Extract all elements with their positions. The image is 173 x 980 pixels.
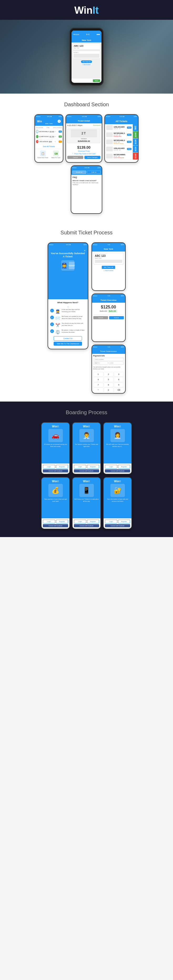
see-all-link[interactable]: See All Tickets xyxy=(35,145,63,148)
email-us-btn[interactable]: Email Us xyxy=(72,170,86,174)
numpad-1[interactable]: 1 xyxy=(93,372,103,377)
login-btn-3[interactable]: Login xyxy=(105,465,117,469)
next-step-1: 1 👮 In the next few days we'll be review… xyxy=(50,309,86,314)
price-cancel-btn[interactable]: Cancel xyxy=(93,316,108,319)
take-to-dashboard-btn[interactable]: Take Me To The Dashboard xyxy=(53,342,82,346)
facebook-btn-2[interactable]: Connect with Facebook xyxy=(74,469,99,473)
db-submit-action[interactable]: 📋 Submit New Ticket xyxy=(37,151,48,159)
db-cash-action[interactable]: 💵 Make For Cash xyxy=(52,151,60,159)
numpad-3[interactable]: 3 xyxy=(114,372,124,377)
hero-ticket-sub: New York xyxy=(74,47,99,49)
sh-win-btn[interactable]: Win Them All xyxy=(102,266,115,269)
success-screen: Verizon 9:41 AM 100% ✕ You've Successful… xyxy=(48,243,88,349)
login-btn-2[interactable]: Login xyxy=(74,465,86,469)
register-btn-4[interactable]: Register xyxy=(56,520,68,523)
login-btn-4[interactable]: Login xyxy=(43,520,55,523)
at-ticket-row-4[interactable]: 109LKK4409 1.17.15 23 PAID $120 xyxy=(105,146,138,153)
boarding-text-6: Your information is kept safe and secure… xyxy=(105,498,130,502)
at-ticket-row-1[interactable]: 109LKK4409 3.24.15 A7 PAID $62 xyxy=(105,124,138,131)
sh-add-another[interactable]: + Add Another xyxy=(93,270,124,271)
boarding-screen-6: WinIt 🔐 Your information is kept safe an… xyxy=(104,477,132,519)
numpad-star[interactable]: * xyxy=(93,388,103,393)
facebook-btn-5[interactable]: Connect with Facebook xyxy=(74,524,99,527)
td-date: 4-22-2015 7:44pm Dismissed xyxy=(66,123,102,127)
numpad-6[interactable]: 6 xyxy=(114,377,124,382)
expiry-input[interactable]: MM/YY xyxy=(93,361,109,364)
numpad-0[interactable]: 0 xyxy=(104,388,113,393)
boarding-section-title: Boarding Process xyxy=(5,409,168,415)
db-app-header: Win 7 WIN / WIN xyxy=(35,118,63,126)
facebook-btn-4[interactable]: Connect with Facebook xyxy=(43,524,68,527)
boarding-phones-grid: WinIt 🚗 All tickets are processed saving… xyxy=(5,422,168,474)
td-status-label: Dismissed xyxy=(93,124,101,126)
numpad-8[interactable]: 8 xyxy=(104,382,113,387)
td-download-link[interactable]: Download Photo xyxy=(66,150,102,153)
at-status-bar: Verizon 9:41 AM 100% xyxy=(105,115,138,118)
at-ticket-thumb-5 xyxy=(106,154,113,159)
register-btn-5[interactable]: Register xyxy=(87,520,99,523)
at-ticket-row-3[interactable]: 9872R34MLS 4.5.15 B1 Waiting for hearing… xyxy=(105,138,138,146)
db-ticket-row-3[interactable]: ✕ LMCH05038 $94 4 4S xyxy=(35,139,63,144)
facebook-btn-1[interactable]: Connect with Facebook xyxy=(43,469,68,473)
db-ticket-row-2[interactable]: ✓ QLMB700000 $1.80 4 4S xyxy=(35,134,63,139)
boarding-logo-1: WinIt xyxy=(52,425,59,428)
cvv-input[interactable]: CVV xyxy=(109,361,124,364)
numpad-5[interactable]: 5 xyxy=(104,377,113,382)
price-action-row: Cancel Submit xyxy=(93,316,124,319)
td-ticket-image: 2T Violation B2NR058.00 xyxy=(67,129,101,143)
login-btn-5[interactable]: Login xyxy=(74,520,86,523)
at-price-2: $240 xyxy=(133,131,138,138)
step-num-3: 3 xyxy=(50,323,54,326)
price-submit-btn[interactable]: Submit xyxy=(109,316,124,319)
card-number-input[interactable]: Card number xyxy=(93,358,124,361)
app-header: WinIt xyxy=(0,0,173,20)
register-btn-3[interactable]: Register xyxy=(118,465,131,469)
payment-screen: Verizon 9:41 100% Ticket Submission Paym… xyxy=(92,345,125,393)
sh-ticket-loc: New York xyxy=(95,257,122,259)
cash-label: Make For Cash xyxy=(52,157,60,159)
hero-win-all-btn[interactable]: Win Them All xyxy=(81,60,92,63)
at-ticket-row-5[interactable]: 9872R34MMS 3.5.15 B1 Cannot be Disputed … xyxy=(105,153,138,160)
numpad-4[interactable]: 4 xyxy=(93,377,103,382)
battery-label: ■■■ xyxy=(96,33,100,35)
numpad-delete[interactable]: ⌫ xyxy=(114,388,124,393)
td-save-btn[interactable]: Save Changes xyxy=(84,156,101,159)
register-btn-1[interactable]: Register xyxy=(56,465,68,469)
db-ticket-row-1[interactable]: ○ 9872R34MLS $3.80 4 B1 xyxy=(35,129,63,134)
login-btn-1[interactable]: Login xyxy=(43,465,55,469)
numpad-2[interactable]: 2 xyxy=(104,372,113,377)
td-cancel-btn[interactable]: Cancel xyxy=(67,156,83,159)
hero-phone-screen: Verizon 9:41 ■■■ New York ABC 123 New Yo… xyxy=(71,30,102,83)
boarding-text-3: We will notify you if we successfully di… xyxy=(105,444,130,447)
numpad-7[interactable]: 7 xyxy=(93,382,103,387)
hero-add-another[interactable]: + Add Another xyxy=(82,64,91,65)
price-screen: Verizon 9:41 100% Ticket Overview $125.0… xyxy=(92,294,125,341)
login-btn-6[interactable]: Login xyxy=(105,520,117,523)
db-tick-icon-3: ✕ xyxy=(36,140,38,143)
success-person-icon: 👮 xyxy=(61,262,68,269)
facebook-btn-6[interactable]: Connect with Facebook xyxy=(105,524,130,527)
boarding-logo-5: WinIt xyxy=(83,480,90,483)
ticket-detail-phone: Verizon 9:41 AM 100% Ticket Detail 4-22-… xyxy=(66,114,102,163)
at-status-badge-1: PAID xyxy=(127,127,132,129)
at-notice-5: Cannot be Disputed xyxy=(113,157,126,159)
call-us-btn[interactable]: Call Us xyxy=(87,170,101,174)
td-amount: $139.00 xyxy=(66,145,102,150)
at-ticket-row-2[interactable]: 9872R34MLS 12.3.14 R7 Paid Next Mon PAID… xyxy=(105,131,138,138)
boarding-btns-5: Login Register xyxy=(74,520,99,523)
at-carrier: Verizon xyxy=(106,116,110,117)
db-col-number: VIOLATION xyxy=(36,127,47,129)
register-btn-6[interactable]: Register xyxy=(118,520,131,523)
at-status-badge-4: PAID xyxy=(127,148,132,150)
hero-next-btn[interactable]: Next xyxy=(93,80,100,82)
what-next-section: What Happens Next? ⌄ 1 👮 In the next few… xyxy=(48,299,88,349)
facebook-btn-3[interactable]: Connect with Facebook xyxy=(105,469,130,473)
success-close-icon[interactable]: ✕ xyxy=(83,249,86,252)
hero-ticket-label: 61NF1 xyxy=(74,52,99,53)
price-time: 9:41 xyxy=(108,295,110,297)
contact-us-btn[interactable]: Contact Us xyxy=(53,336,82,340)
boarding-phone-4: WinIt 💰 Take payment of your ticket and … xyxy=(41,477,70,529)
register-btn-2[interactable]: Register xyxy=(87,465,99,469)
numpad-9[interactable]: 9 xyxy=(114,382,124,387)
boarding-text-1: All tickets are processed saving you tim… xyxy=(43,444,68,447)
